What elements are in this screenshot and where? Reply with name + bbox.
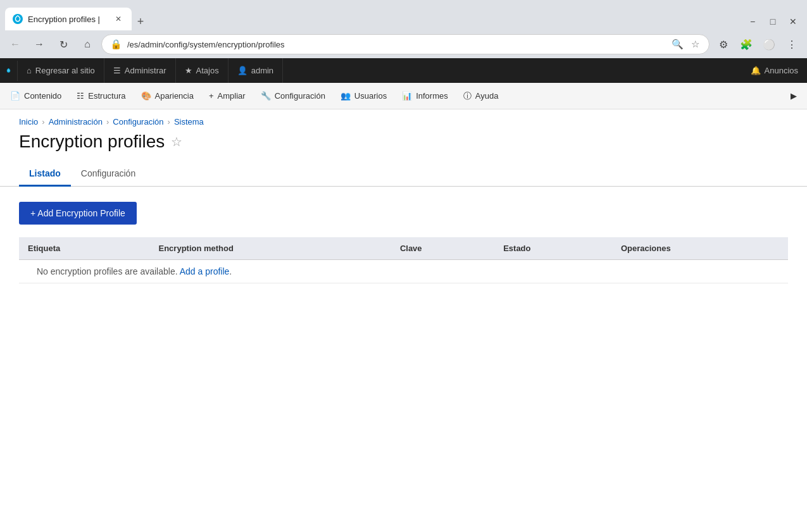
table-header-row: Etiqueta Encryption method Clave Estado …	[19, 237, 788, 260]
bell-icon: 🔔	[751, 66, 761, 75]
col-encryption-method: Encryption method	[150, 237, 391, 260]
page-icon: 📄	[10, 91, 20, 101]
window-controls: − □ ✕	[744, 13, 802, 30]
url-text: /es/admin/config/system/encryption/profi…	[127, 40, 666, 49]
sidebar-item-content[interactable]: 📄 Contenido	[3, 83, 69, 109]
admin-menu-link[interactable]: ☰ Administrar	[104, 58, 176, 83]
new-tab-button[interactable]: +	[132, 13, 149, 30]
tab-listado[interactable]: Listado	[19, 162, 71, 187]
sidebar-item-extend[interactable]: + Ampliar	[201, 83, 253, 109]
structure-label: Estructura	[88, 91, 125, 101]
site-info-icon[interactable]: 🔒	[109, 38, 122, 51]
address-bar-icons: 🔍 ☆	[671, 38, 701, 51]
configuration-label: Configuración	[275, 91, 325, 101]
structure-icon: ☷	[77, 91, 84, 101]
maximize-button[interactable]: □	[764, 13, 782, 30]
breadcrumb-sistema[interactable]: Sistema	[174, 117, 204, 127]
page-title-row: Encryption profiles ☆	[0, 129, 807, 162]
add-profile-link[interactable]: Add a profile	[180, 266, 230, 276]
minimize-button[interactable]: −	[744, 13, 761, 30]
users-label: Usuarios	[354, 91, 387, 101]
tab-title: Encryption profiles |	[28, 15, 108, 24]
back-to-site-link[interactable]: ⌂ Regresar al sitio	[18, 58, 104, 83]
tab-bar: Encryption profiles | ✕ +	[5, 8, 741, 30]
sidebar-item-appearance[interactable]: 🎨 Apariencia	[134, 83, 201, 109]
admin-menu-label: Administrar	[125, 66, 166, 75]
encryption-profiles-table: Etiqueta Encryption method Clave Estado …	[19, 237, 788, 283]
search-address-icon[interactable]: 🔍	[671, 38, 684, 51]
puzzle-icon[interactable]: 🧩	[736, 34, 756, 54]
announcements-label: Anuncios	[765, 66, 798, 75]
shortcuts-label: Atajos	[196, 66, 219, 75]
active-tab[interactable]: Encryption profiles | ✕	[5, 8, 132, 30]
browser-chrome: Encryption profiles | ✕ + − □ ✕	[0, 0, 807, 30]
extend-icon: +	[209, 91, 214, 101]
reload-button[interactable]: ↻	[53, 34, 73, 54]
tab-favicon	[13, 14, 23, 24]
users-icon: 👥	[341, 91, 351, 101]
reports-icon: 📊	[402, 91, 412, 101]
shortcuts-link[interactable]: ★ Atajos	[176, 58, 228, 83]
nav-expand-button[interactable]: ▶	[783, 83, 804, 109]
bookmark-icon[interactable]: ☆	[689, 38, 701, 51]
page-title: Encryption profiles	[19, 132, 165, 152]
help-label: Ayuda	[475, 91, 499, 101]
extensions-icon[interactable]: ⚙	[713, 34, 734, 54]
menu-icon[interactable]: ⋮	[782, 34, 802, 54]
breadcrumb-config[interactable]: Configuración	[113, 117, 163, 127]
col-estado: Estado	[494, 237, 612, 260]
close-button[interactable]: ✕	[784, 13, 802, 30]
add-encryption-profile-button[interactable]: + Add Encryption Profile	[19, 202, 137, 225]
help-icon: ⓘ	[463, 90, 472, 102]
appearance-label: Apariencia	[155, 91, 194, 101]
sidebar-item-help[interactable]: ⓘ Ayuda	[456, 83, 506, 109]
secondary-nav-right: ▶	[783, 83, 804, 109]
col-operaciones: Operaciones	[612, 237, 788, 260]
tab-close-button[interactable]: ✕	[113, 13, 124, 25]
content-area: + Add Encryption Profile Etiqueta Encryp…	[0, 187, 807, 299]
admin-toolbar-right: 🔔 Anuncios	[742, 58, 807, 83]
table-empty-row: No encryption profiles are available. Ad…	[19, 260, 788, 283]
secondary-nav: 📄 Contenido ☷ Estructura 🎨 Apariencia + …	[0, 83, 807, 109]
back-button[interactable]: ←	[5, 34, 25, 54]
user-icon: 👤	[237, 66, 247, 75]
tab-configuracion[interactable]: Configuración	[71, 162, 146, 187]
empty-message: No encryption profiles are available. Ad…	[28, 259, 241, 284]
menu-hamburger-icon: ☰	[113, 66, 121, 75]
favorite-icon[interactable]: ☆	[171, 134, 182, 149]
breadcrumb-sep-3: ›	[168, 117, 170, 127]
profile-icon[interactable]: ⚪	[759, 34, 779, 54]
user-menu-link[interactable]: 👤 admin	[228, 58, 283, 83]
breadcrumb: Inicio › Administración › Configuración …	[0, 109, 807, 129]
sidebar-item-users[interactable]: 👥 Usuarios	[333, 83, 394, 109]
sidebar-item-configuration[interactable]: 🔧 Configuración	[253, 83, 333, 109]
breadcrumb-sep-1: ›	[42, 117, 44, 127]
sidebar-item-reports[interactable]: 📊 Informes	[394, 83, 456, 109]
extend-label: Ampliar	[218, 91, 246, 101]
address-bar-row: ← → ↻ ⌂ 🔒 /es/admin/config/system/encryp…	[0, 30, 807, 58]
page-content: Inicio › Administración › Configuración …	[0, 109, 807, 532]
reports-label: Informes	[416, 91, 448, 101]
empty-message-cell: No encryption profiles are available. Ad…	[19, 260, 788, 283]
breadcrumb-inicio[interactable]: Inicio	[19, 117, 38, 127]
appearance-icon: 🎨	[141, 91, 151, 101]
empty-text: No encryption profiles are available.	[37, 266, 178, 276]
sidebar-item-structure[interactable]: ☷ Estructura	[69, 83, 133, 109]
admin-toolbar-left: ⌂ Regresar al sitio ☰ Administrar ★ Ataj…	[0, 58, 283, 83]
announcements-link[interactable]: 🔔 Anuncios	[742, 58, 807, 83]
address-bar[interactable]: 🔒 /es/admin/config/system/encryption/pro…	[101, 34, 710, 54]
back-to-site-label: Regresar al sitio	[35, 66, 95, 75]
admin-toolbar: ⌂ Regresar al sitio ☰ Administrar ★ Ataj…	[0, 58, 807, 83]
breadcrumb-admin[interactable]: Administración	[49, 117, 103, 127]
star-shortcuts-icon: ★	[185, 66, 192, 75]
content-label: Contenido	[24, 91, 61, 101]
back-icon: ⌂	[27, 66, 32, 75]
config-icon: 🔧	[261, 91, 271, 101]
forward-button[interactable]: →	[29, 34, 49, 54]
drupal-logo[interactable]	[0, 61, 18, 81]
breadcrumb-sep-2: ›	[106, 117, 109, 127]
user-label: admin	[251, 66, 273, 75]
browser-right-icons: ⚙ 🧩 ⚪ ⋮	[713, 34, 802, 54]
tabs-bar: Listado Configuración	[0, 162, 807, 187]
home-button[interactable]: ⌂	[77, 34, 97, 54]
